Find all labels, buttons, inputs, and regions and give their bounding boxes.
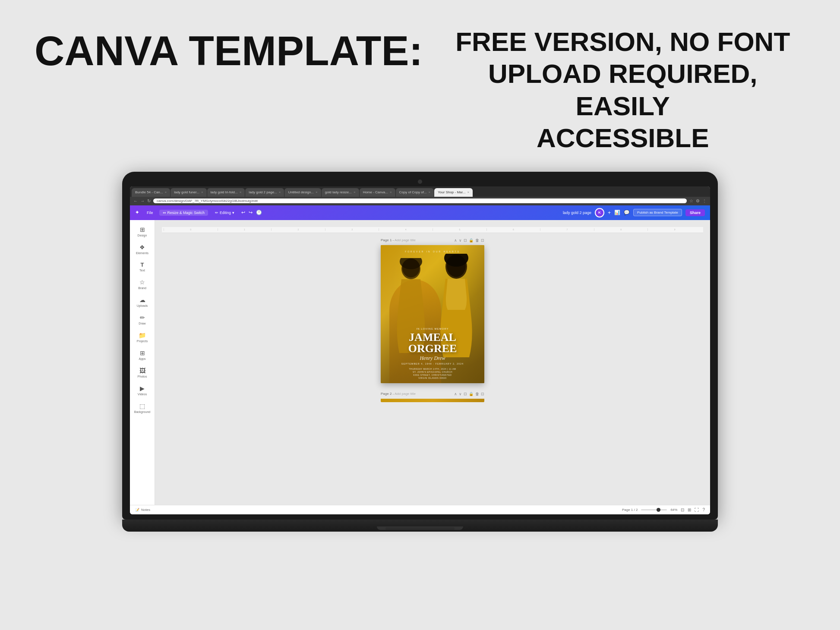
photos-label: Photos — [138, 375, 147, 378]
uploads-icon: ☁ — [139, 296, 145, 303]
notes-label[interactable]: Notes — [141, 508, 150, 512]
chart-icon[interactable]: 📊 — [614, 210, 620, 215]
tab-untitled[interactable]: Untitled design...× — [284, 188, 321, 197]
topbar-right: lady gold 2 page K + 📊 💬 Publish as Bran… — [563, 208, 705, 217]
share-button[interactable]: Share — [685, 209, 705, 216]
bookmark-icon[interactable]: ☆ — [689, 198, 693, 203]
service-location-text: St. John's Episcopal Church — [384, 371, 481, 374]
page2-delete-icon[interactable]: 🗑 — [475, 392, 479, 396]
photos-icon: 🖼 — [139, 367, 145, 374]
laptop: Bundle 54 - Can...× lady gold funer...× … — [122, 172, 718, 532]
tab-gold-lady[interactable]: gold lady resize...× — [322, 188, 359, 197]
ruler-9: 9 — [647, 228, 701, 231]
browser-toolbar-icons: ☆ ⚙ ⋮ — [689, 198, 707, 203]
page2-expand-icon[interactable]: ∧ — [454, 392, 457, 396]
browser-toolbar: ← → ↻ canva.com/design/DAF_7R_YMSclymoco… — [130, 197, 710, 205]
tab-lady-gold-funeral[interactable]: lady gold funer...× — [171, 188, 206, 197]
ruler-2: 2 — [271, 228, 325, 231]
canvas-page-2: Page 2 - Add page title ∧ ∨ ⊡ 🔒 🗑 — [381, 392, 484, 402]
address-bar[interactable]: canva.com/design/DAF_7R_YMSclymocolS822g… — [153, 198, 687, 203]
fit-icon[interactable]: ⊡ — [681, 507, 684, 512]
service-address-text: King Street, Christiansted — [384, 374, 481, 377]
sidebar-item-videos[interactable]: ▶ Videos — [132, 382, 153, 398]
page-slider-thumb — [657, 508, 660, 512]
page2-more-icon[interactable]: ⊡ — [481, 392, 484, 396]
sidebar-item-projects[interactable]: 📁 Projects — [132, 329, 153, 345]
tab-home-canva[interactable]: Home - Canva...× — [360, 188, 395, 197]
page2-collapse-icon[interactable]: ∨ — [459, 392, 462, 396]
left-sidebar: ⊞ Design ❖ Elements T Text — [130, 220, 155, 505]
background-label: Background — [134, 410, 150, 413]
sidebar-item-photos[interactable]: 🖼 Photos — [132, 365, 153, 381]
tab-copy[interactable]: Copy of Copy of...× — [396, 188, 434, 197]
ruler-3: 3 — [325, 228, 379, 231]
ruler-7: 7 — [540, 228, 594, 231]
undo-icon[interactable]: ↩ — [241, 210, 245, 215]
resize-magic-button[interactable]: ⇔ Resize & Magic Switch — [159, 210, 208, 216]
page-delete-icon[interactable]: 🗑 — [475, 238, 479, 243]
sidebar-item-draw[interactable]: ✏ Draw — [132, 312, 153, 328]
page-slider[interactable] — [641, 509, 667, 510]
canva-main: ⊞ Design ❖ Elements T Text — [130, 220, 710, 505]
sidebar-item-apps[interactable]: ⊞ Apps — [132, 347, 153, 363]
pagination-text: Page 1 / 2 — [622, 508, 638, 512]
publish-brand-button[interactable]: Publish as Brand Template — [633, 209, 682, 216]
fullscreen-icon[interactable]: ⛶ — [695, 507, 699, 512]
design-label: Design — [138, 234, 147, 237]
laptop-camera — [418, 180, 422, 184]
text-icon: T — [141, 261, 144, 268]
draw-icon: ✏ — [140, 314, 145, 321]
ruler-marks: 0 1 2 3 4 5 6 7 8 9 — [164, 228, 701, 231]
page-2-title: Page 2 - Add page title — [381, 392, 416, 396]
sidebar-item-design[interactable]: ⊞ Design — [132, 224, 153, 239]
sidebar-item-background[interactable]: ⬚ Background — [132, 400, 153, 416]
sidebar-item-elements[interactable]: ❖ Elements — [132, 241, 153, 257]
design-canvas[interactable]: FOREVER IN OUR HEARTS — [381, 245, 484, 383]
page2-lock-icon[interactable]: 🔒 — [469, 392, 474, 396]
canvas-area[interactable]: 0 1 2 3 4 5 6 7 8 9 — [155, 220, 710, 505]
help-icon[interactable]: ? — [702, 507, 705, 512]
canva-interface: Bundle 54 - Can...× lady gold funer...× … — [130, 186, 710, 514]
sidebar-item-uploads[interactable]: ☁ Uploads — [132, 294, 153, 310]
service-city-text: Virgin Islands 00820 — [384, 377, 481, 380]
page-2-controls: ∧ ∨ ⊡ 🔒 🗑 ⊡ — [454, 392, 484, 396]
brand-label: Brand — [138, 287, 146, 290]
tab-lady-gold-2[interactable]: lady gold 2 page...× — [245, 188, 284, 197]
add-user-icon[interactable]: + — [608, 210, 611, 216]
page-2-header: Page 2 - Add page title ∧ ∨ ⊡ 🔒 🗑 — [381, 392, 484, 396]
tab-lady-gold-tri[interactable]: lady gold tri-fold...× — [207, 188, 245, 197]
design-name: lady gold 2 page — [563, 211, 591, 215]
canva-logo-icon: ✦ — [135, 210, 139, 215]
comment-icon[interactable]: 💬 — [624, 210, 630, 215]
file-menu[interactable]: File — [144, 210, 156, 216]
editing-button[interactable]: ✏ Editing ▾ — [212, 210, 238, 216]
page-more-icon[interactable]: ⊡ — [481, 238, 484, 243]
tab-bundle[interactable]: Bundle 54 - Can...× — [132, 188, 170, 197]
page-expand-icon[interactable]: ∧ — [454, 238, 457, 243]
sidebar-item-brand[interactable]: ☆ Brand — [132, 276, 153, 292]
projects-icon: 📁 — [139, 332, 146, 339]
page-copy-icon[interactable]: ⊡ — [464, 238, 467, 243]
grid-icon[interactable]: ⊞ — [688, 507, 691, 512]
dates-text: SEPTEMBER 4, 1948 - FEBRUARY 2, 2024 — [384, 362, 481, 365]
ruler-4: 4 — [379, 228, 433, 231]
sidebar-item-text[interactable]: T Text — [132, 259, 153, 274]
page-collapse-icon[interactable]: ∨ — [459, 238, 462, 243]
redo-icon[interactable]: ↪ — [249, 210, 253, 215]
refresh-button[interactable]: ↻ — [147, 198, 151, 203]
tab-your-shop[interactable]: Your Shop - Mar...× — [434, 188, 473, 197]
background-icon: ⬚ — [139, 403, 145, 410]
forward-button[interactable]: → — [140, 198, 145, 203]
ruler-0: 0 — [164, 228, 218, 231]
page-1-title: Page 1 - Add page title — [381, 238, 416, 242]
back-button[interactable]: ← — [133, 198, 138, 203]
extensions-icon[interactable]: ⚙ — [696, 198, 700, 203]
user-avatar[interactable]: K — [595, 208, 604, 217]
menu-icon[interactable]: ⋮ — [702, 198, 707, 203]
page-2-preview[interactable] — [381, 399, 484, 402]
page2-copy-icon[interactable]: ⊡ — [464, 392, 467, 396]
elements-label: Elements — [136, 252, 148, 255]
ruler-5: 5 — [433, 228, 486, 231]
clock-icon[interactable]: 🕐 — [256, 210, 262, 215]
page-lock-icon[interactable]: 🔒 — [469, 238, 474, 243]
